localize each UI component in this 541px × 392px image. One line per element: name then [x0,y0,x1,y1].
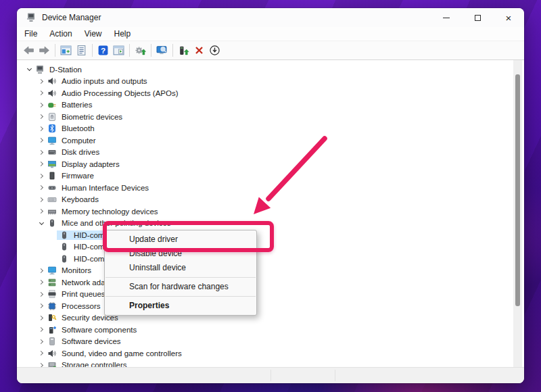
maximize-button[interactable] [462,8,493,27]
chevron-collapsed-icon[interactable] [38,291,45,297]
menu-view[interactable]: View [78,28,108,40]
toolbar-separator [92,44,93,57]
tree-item[interactable]: Software components [17,324,524,336]
display-icon [47,160,57,169]
show-console-tree-button[interactable] [58,43,74,58]
vertical-scrollbar[interactable] [513,60,522,367]
tree-item[interactable]: Print queues [17,289,524,301]
chevron-collapsed-icon[interactable] [38,196,45,203]
speaker-icon [47,349,57,358]
scrollbar-thumb[interactable] [515,74,520,306]
disk-icon [47,147,57,157]
chevron-collapsed-icon[interactable] [38,137,45,144]
tree-item-label: Memory technology devices [60,207,160,216]
menu-help[interactable]: Help [108,28,137,40]
chevron-none [50,255,57,262]
firmware-icon [47,171,57,180]
tree-item[interactable]: D-Station [17,64,524,76]
toolbar-separator [55,44,55,57]
tree-item[interactable]: Storage controllers [17,360,524,368]
software-device-icon [47,337,57,346]
tree-item[interactable]: Processors [17,300,524,312]
scan-hardware-changes-button[interactable] [154,43,170,58]
tree-item[interactable]: HID-comp [17,253,524,265]
show-action-pane-button[interactable] [111,43,126,58]
context-menu-separator [105,277,256,278]
chevron-collapsed-icon[interactable] [38,125,45,132]
close-icon: × [506,13,512,23]
back-button[interactable] [21,43,37,58]
forward-button[interactable] [37,43,52,58]
context-menu-separator [105,296,256,297]
tree-item-label: Software components [60,325,138,335]
tree-item[interactable]: Software devices [17,336,524,348]
chevron-collapsed-icon[interactable] [38,161,45,168]
chevron-collapsed-icon[interactable] [38,90,45,97]
help-button[interactable]: ? [95,43,111,58]
uninstall-device-button[interactable] [191,43,207,58]
scan-hardware-changes-icon [156,45,168,56]
chevron-collapsed-icon[interactable] [38,303,45,310]
chevron-collapsed-icon[interactable] [38,172,45,179]
chevron-expanded-icon[interactable] [38,220,45,226]
enable-device-button[interactable] [176,43,191,58]
chevron-collapsed-icon[interactable] [38,78,45,84]
chevron-collapsed-icon[interactable] [38,208,45,215]
chevron-collapsed-icon[interactable] [38,314,45,321]
tree-item[interactable]: Audio Processing Objects (APOs) [17,87,524,99]
toolbar-separator [129,44,130,57]
minimize-button[interactable] [431,8,462,27]
chevron-collapsed-icon[interactable] [38,101,45,108]
chevron-collapsed-icon[interactable] [38,350,45,357]
properties-button[interactable] [74,43,89,58]
tree-item-label: Batteries [60,100,93,109]
title-bar[interactable]: Device Manager × [17,8,524,27]
chevron-collapsed-icon[interactable] [38,114,45,120]
context-menu-item-uninstall-device[interactable]: Uninstall device [105,261,256,275]
close-button[interactable]: × [493,8,524,27]
biometric-icon [47,112,57,122]
chevron-collapsed-icon[interactable] [38,267,45,274]
tree-item[interactable]: Biometric devices [17,111,524,123]
chevron-expanded-icon[interactable] [26,66,32,73]
tree-item-label: Network adap [60,278,111,287]
forward-icon [39,45,50,56]
menu-action[interactable]: Action [43,28,78,40]
tree-item[interactable]: Security devices [17,312,524,324]
tree-item[interactable]: Network adap [17,276,524,289]
mouse-icon [60,230,69,240]
chevron-collapsed-icon[interactable] [38,326,45,333]
hid-icon [47,183,57,193]
tree-item[interactable]: Monitors [17,265,524,277]
tree-item[interactable]: Audio inputs and outputs [17,76,524,88]
help-icon: ? [97,45,109,56]
chevron-none [50,243,57,250]
chevron-collapsed-icon[interactable] [38,362,45,367]
tree-item-label: Audio inputs and outputs [60,76,149,86]
uninstall-device-icon [193,45,205,56]
menu-file[interactable]: File [18,28,43,40]
tree-item-label: Monitors [60,266,93,275]
chevron-collapsed-icon[interactable] [38,149,45,155]
toolbar-separator [172,44,173,57]
speaker-icon [47,89,57,98]
tree-item-label: Keyboards [60,195,100,204]
context-menu-item-scan-for-hardware-changes[interactable]: Scan for hardware changes [105,280,256,294]
update-driver-software-button[interactable] [133,43,148,58]
properties-icon [76,45,87,56]
chevron-collapsed-icon[interactable] [38,279,45,286]
security-icon [47,313,57,322]
chevron-collapsed-icon[interactable] [38,338,45,345]
tree-item[interactable]: Sound, video and game controllers [17,347,524,360]
svg-text:?: ? [101,46,105,55]
chevron-none [50,232,57,239]
keyboard-icon [47,195,57,204]
toolbar-separator [151,44,151,57]
context-menu-item-properties[interactable]: Properties [105,299,256,313]
tree-item-label: Firmware [60,171,95,180]
tree-item-label: Audio Processing Objects (APOs) [60,89,180,98]
disable-device-button[interactable] [207,43,222,58]
tree-item[interactable]: Batteries [17,99,524,112]
tree-item-label: D-Station [48,65,83,74]
chevron-collapsed-icon[interactable] [38,185,45,191]
